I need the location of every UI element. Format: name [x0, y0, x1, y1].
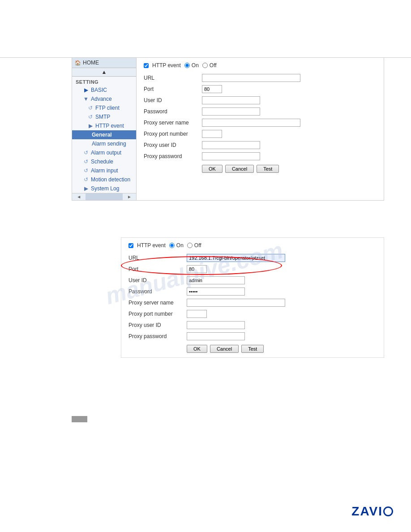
sidebar-ftp-label: FTP client	[95, 105, 120, 111]
http-off-radio2[interactable]	[187, 243, 193, 248]
proxy-port-row2: Proxy port number	[128, 310, 377, 318]
proxy-port-input2[interactable]	[187, 310, 207, 318]
sidebar-alarm-out-label: Alarm output	[91, 150, 121, 156]
zavio-text: ZAVI	[351, 504, 383, 518]
port-row2: Port	[128, 265, 377, 273]
proxy-port-input[interactable]	[202, 130, 222, 138]
port-label2: Port	[128, 266, 187, 272]
proxy-userid-label: Proxy user ID	[144, 142, 202, 148]
sidebar-http-label: HTTP event	[95, 123, 124, 129]
sidebar-item-ftp[interactable]: ↺ FTP client	[72, 103, 136, 112]
sidebar-item-motion[interactable]: ↺ Motion detection	[72, 175, 136, 184]
scroll-right-btn[interactable]: ►	[123, 193, 136, 200]
sidebar-basic-label: BASIC	[91, 87, 107, 93]
test-button2[interactable]: Test	[241, 345, 264, 353]
port-input[interactable]	[202, 85, 222, 93]
sidebar-home-label: HOME	[83, 60, 99, 66]
proxy-server-label2: Proxy server name	[128, 300, 187, 306]
off-radio-group: Off	[202, 62, 217, 69]
scroll-thumb	[86, 193, 123, 200]
cancel-button[interactable]: Cancel	[225, 165, 254, 173]
userid-row2: User ID	[128, 276, 377, 284]
sidebar-item-general[interactable]: General	[72, 130, 136, 139]
cancel-button2[interactable]: Cancel	[210, 345, 239, 353]
userid-input2[interactable]	[187, 276, 245, 284]
ftp-icon: ↺	[87, 105, 94, 111]
home-icon: 🏠	[75, 60, 81, 66]
userid-label2: User ID	[128, 277, 187, 283]
off-label2: Off	[194, 242, 201, 249]
sidebar-smtp-label: SMTP	[95, 114, 110, 120]
proxy-server-label: Proxy server name	[144, 120, 202, 126]
password-input[interactable]	[202, 107, 260, 116]
proxy-userid-input2[interactable]	[187, 321, 245, 329]
password-input2[interactable]	[187, 287, 245, 296]
sidebar-item-schedule[interactable]: ↺ Schedule	[72, 157, 136, 166]
userid-label: User ID	[144, 97, 202, 103]
sidebar-item-alarm-sending[interactable]: Alarm sending	[72, 139, 136, 148]
button-row2: OK Cancel Test	[128, 345, 377, 353]
sidebar-general-label: General	[92, 132, 112, 138]
http-off-radio[interactable]	[202, 63, 208, 68]
proxy-password-label2: Proxy password	[128, 333, 187, 339]
setting-label: SETTING	[72, 77, 136, 86]
proxy-port-row: Proxy port number	[144, 130, 377, 138]
http-event-checkbox2[interactable]	[128, 243, 133, 248]
scroll-left-btn[interactable]: ◄	[72, 193, 86, 200]
proxy-port-label2: Proxy port number	[128, 311, 187, 317]
http-on-radio2[interactable]	[169, 243, 175, 248]
proxy-userid-label2: Proxy user ID	[128, 322, 187, 328]
sidebar-item-basic[interactable]: ▶ BASIC	[72, 86, 136, 94]
proxy-server-input2[interactable]	[187, 299, 285, 307]
sidebar-item-smtp[interactable]: ↺ SMTP	[72, 112, 136, 121]
url-row2: URL	[128, 254, 377, 262]
url-input[interactable]	[202, 74, 300, 82]
proxy-userid-row2: Proxy user ID	[128, 321, 377, 329]
proxy-password-input[interactable]	[202, 152, 260, 160]
http-event-header: HTTP event On Off	[144, 62, 377, 69]
sidebar-schedule-label: Schedule	[91, 159, 113, 165]
zavio-logo: ZAVI	[351, 504, 393, 519]
http-event-title2: HTTP event	[137, 242, 166, 249]
port-label: Port	[144, 86, 202, 92]
on-radio-group: On	[184, 62, 199, 69]
proxy-port-label: Proxy port number	[144, 131, 202, 137]
sidebar-home[interactable]: 🏠 HOME	[72, 58, 136, 68]
test-button[interactable]: Test	[257, 165, 279, 173]
sidebar-item-alarm-output[interactable]: ↺ Alarm output	[72, 148, 136, 157]
schedule-icon: ↺	[83, 159, 89, 165]
http-event-header2: HTTP event On Off	[128, 242, 377, 249]
smtp-icon: ↺	[87, 114, 94, 120]
password-label2: Password	[128, 288, 187, 295]
ok-button2[interactable]: OK	[187, 345, 207, 353]
port-input2[interactable]	[187, 265, 207, 273]
alarm-in-icon: ↺	[83, 167, 89, 174]
userid-row: User ID	[144, 96, 377, 104]
sidebar-motion-label: Motion detection	[91, 176, 130, 183]
proxy-server-row2: Proxy server name	[128, 299, 377, 307]
on-label2: On	[176, 242, 184, 249]
sidebar-item-http-event[interactable]: ▶ HTTP event	[72, 121, 136, 130]
url-input2[interactable]	[187, 254, 285, 262]
scroll-up-btn[interactable]: ▲	[72, 68, 136, 77]
off-radio-group2: Off	[187, 242, 201, 249]
proxy-userid-input[interactable]	[202, 141, 260, 149]
url-label2: URL	[128, 255, 187, 261]
proxy-password-input2[interactable]	[187, 332, 245, 340]
on-radio-group2: On	[169, 242, 184, 249]
http-on-radio[interactable]	[184, 63, 190, 68]
sidebar-item-advance[interactable]: ▼ Advance	[72, 94, 136, 103]
sidebar-scroll-bar: ◄ ►	[72, 193, 136, 200]
userid-input[interactable]	[202, 96, 260, 104]
http-event-title: HTTP event	[152, 62, 181, 69]
off-label: Off	[210, 62, 217, 69]
sidebar-item-alarm-input[interactable]: ↺ Alarm input	[72, 166, 136, 175]
password-row: Password	[144, 107, 377, 116]
sidebar-syslog-label: System Log	[91, 185, 119, 192]
proxy-userid-row: Proxy user ID	[144, 141, 377, 149]
main-panel: 🏠 HOME ▲ SETTING ▶ BASIC ▼ Advance ↺ FTP…	[72, 57, 384, 201]
proxy-server-input[interactable]	[202, 119, 300, 127]
ok-button[interactable]: OK	[202, 165, 223, 173]
http-event-checkbox[interactable]	[144, 63, 149, 68]
sidebar-item-syslog[interactable]: ▶ System Log	[72, 184, 136, 193]
